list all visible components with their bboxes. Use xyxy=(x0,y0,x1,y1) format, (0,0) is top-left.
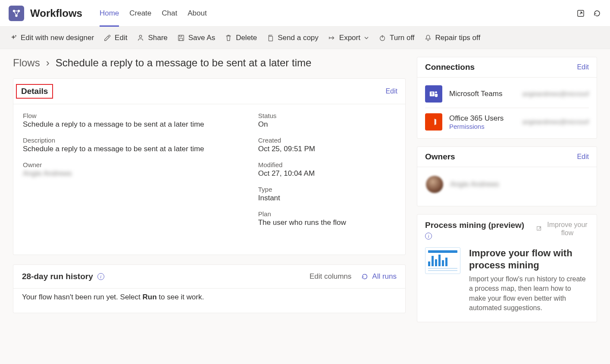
breadcrumb-separator-icon: › xyxy=(46,57,50,69)
owners-card: Owners Edit Angie Andrews xyxy=(417,146,597,206)
modified-value: Oct 27, 10:04 AM xyxy=(258,169,396,178)
app-title: Workflows xyxy=(30,7,82,19)
top-header: Workflows Home Create Chat About xyxy=(0,0,610,27)
refresh-small-icon xyxy=(361,273,369,280)
breadcrumb: Flows › Schedule a reply to a message to… xyxy=(13,57,406,69)
connection-row-office[interactable]: Office 365 Users Permissions angieandrew… xyxy=(417,110,597,134)
svg-point-2 xyxy=(15,14,18,17)
svg-rect-7 xyxy=(179,38,182,40)
nav-about[interactable]: About xyxy=(182,0,212,27)
connection-email: angieandrews@microsof xyxy=(522,118,589,125)
connection-name: Office 365 Users xyxy=(449,114,504,123)
export-button[interactable]: Export xyxy=(328,34,369,42)
office-icon xyxy=(425,113,442,131)
edit-new-designer-button[interactable]: Edit with new designer xyxy=(9,34,94,42)
flow-value: Schedule a reply to a message to be sent… xyxy=(23,120,245,129)
external-link-icon xyxy=(536,226,542,232)
share-icon xyxy=(137,34,144,42)
owners-title: Owners xyxy=(425,152,455,162)
svg-text:T: T xyxy=(431,92,433,96)
trash-icon xyxy=(225,34,232,42)
type-label: Type xyxy=(258,186,396,193)
created-label: Created xyxy=(258,137,396,144)
plan-value: The user who runs the flow xyxy=(258,218,396,227)
modified-label: Modified xyxy=(258,161,396,168)
save-icon xyxy=(177,34,185,42)
send-copy-button[interactable]: Send a copy xyxy=(266,34,319,42)
owner-row: Angie Andrews xyxy=(417,167,597,206)
owner-label: Owner xyxy=(23,161,245,168)
info-icon[interactable]: i xyxy=(425,233,432,240)
breadcrumb-root[interactable]: Flows xyxy=(13,57,40,69)
teams-icon: T xyxy=(425,85,442,103)
nav-create[interactable]: Create xyxy=(124,0,156,27)
owner-value: Angie Andrews xyxy=(23,169,245,178)
connections-title: Connections xyxy=(425,62,475,72)
popout-icon[interactable] xyxy=(576,9,585,18)
svg-rect-8 xyxy=(269,36,273,41)
sparkle-icon xyxy=(9,34,17,42)
toolbar: Edit with new designer Edit Share Save A… xyxy=(0,27,610,49)
status-label: Status xyxy=(258,112,396,119)
flow-label: Flow xyxy=(23,112,245,119)
edit-button[interactable]: Edit xyxy=(103,34,127,42)
svg-point-4 xyxy=(140,35,142,37)
share-button[interactable]: Share xyxy=(137,34,167,42)
divider xyxy=(425,108,589,108)
connection-row-teams[interactable]: T Microsoft Teams angieandrews@microsof xyxy=(417,82,597,106)
svg-rect-6 xyxy=(179,35,181,37)
plan-label: Plan xyxy=(258,210,396,218)
run-history-card: 28-day run history i Edit columns All ru… xyxy=(13,264,406,313)
process-mining-title: Process mining (preview) xyxy=(425,221,524,230)
type-value: Instant xyxy=(258,194,396,202)
description-value: Schedule a reply to a message to be sent… xyxy=(23,145,245,153)
edit-columns-link[interactable]: Edit columns xyxy=(310,272,351,281)
nav-chat[interactable]: Chat xyxy=(156,0,182,27)
details-title: Details xyxy=(21,87,48,96)
delete-button[interactable]: Delete xyxy=(225,34,257,42)
owner-name: Angie Andrews xyxy=(450,180,499,189)
created-value: Oct 25, 09:51 PM xyxy=(258,145,396,153)
breadcrumb-current: Schedule a reply to a message to be sent… xyxy=(56,57,312,69)
workflows-icon xyxy=(12,9,21,18)
pencil-icon xyxy=(103,34,111,42)
run-history-title: 28-day run history xyxy=(22,272,93,281)
details-edit-link[interactable]: Edit xyxy=(385,87,397,95)
details-title-highlight: Details xyxy=(16,84,53,99)
process-mining-chart-icon xyxy=(425,247,460,274)
top-nav: Home Create Chat About xyxy=(94,0,212,27)
details-card: Details Edit Flow Schedule a reply to a … xyxy=(13,78,406,255)
connection-permissions-link[interactable]: Permissions xyxy=(449,123,504,130)
app-logo xyxy=(9,6,24,21)
turn-off-button[interactable]: Turn off xyxy=(379,34,415,42)
refresh-icon[interactable] xyxy=(593,9,601,18)
chevron-down-icon xyxy=(364,35,369,40)
svg-point-1 xyxy=(18,9,20,12)
export-icon xyxy=(328,34,336,42)
copy-icon xyxy=(266,34,274,42)
connections-edit-link[interactable]: Edit xyxy=(577,63,589,71)
improve-flow-link[interactable]: Improve your flow xyxy=(536,221,589,237)
owner-avatar xyxy=(426,176,443,193)
process-mining-description: Import your flow's run history to create… xyxy=(469,274,589,313)
svg-point-12 xyxy=(435,91,437,93)
nav-home[interactable]: Home xyxy=(94,0,124,27)
description-label: Description xyxy=(23,137,245,144)
connections-card: Connections Edit T Microsoft Teams angie… xyxy=(417,57,597,139)
bell-icon xyxy=(424,34,432,42)
connection-email: angieandrews@microsof xyxy=(522,90,589,97)
status-value: On xyxy=(258,120,396,129)
run-history-empty-text: Your flow hasn't been run yet. Select Ru… xyxy=(13,288,405,313)
save-as-button[interactable]: Save As xyxy=(177,34,215,42)
repair-tips-button[interactable]: Repair tips off xyxy=(424,34,481,42)
info-icon[interactable]: i xyxy=(97,273,104,280)
process-mining-heading: Improve your flow with process mining xyxy=(469,247,589,271)
svg-point-0 xyxy=(13,9,16,12)
process-mining-card: Process mining (preview) i Improve your … xyxy=(417,214,597,322)
owners-edit-link[interactable]: Edit xyxy=(577,153,589,161)
all-runs-link[interactable]: All runs xyxy=(361,272,397,281)
svg-rect-5 xyxy=(178,35,184,40)
connection-name: Microsoft Teams xyxy=(449,90,502,98)
power-icon xyxy=(379,34,386,42)
